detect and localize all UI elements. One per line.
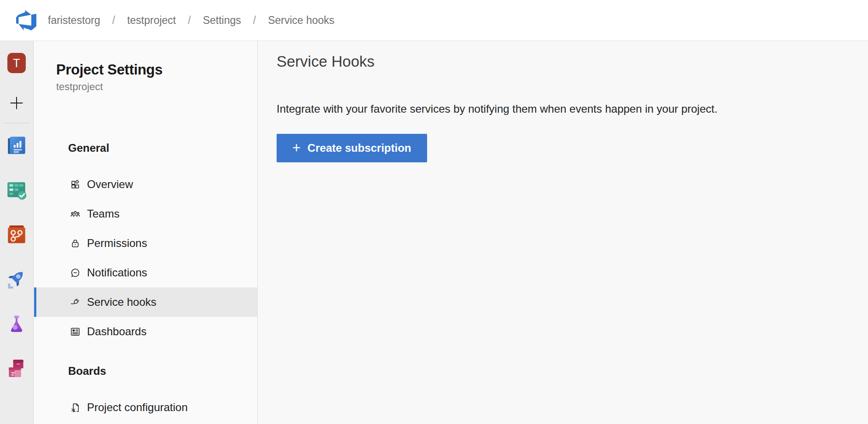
- notifications-icon: [69, 267, 81, 279]
- main-title: Service Hooks: [277, 52, 868, 71]
- teams-icon: [69, 208, 81, 220]
- top-bar: faristestorg / testproject / Settings / …: [0, 0, 868, 41]
- rail-item-boards[interactable]: [5, 178, 28, 201]
- breadcrumb-item-service-hooks[interactable]: Service hooks: [268, 14, 334, 27]
- plus-icon: [8, 94, 25, 112]
- add-button[interactable]: [7, 94, 26, 112]
- pipelines-hub-icon: [5, 268, 28, 291]
- project-avatar[interactable]: T: [7, 53, 26, 73]
- sidebar-item-label: Project configuration: [87, 401, 188, 414]
- sidebar-item-label: Service hooks: [87, 296, 156, 309]
- breadcrumb-item-project[interactable]: testproject: [127, 14, 176, 27]
- rail-item-overview[interactable]: [5, 134, 28, 157]
- service-hooks-icon: [69, 297, 81, 308]
- test-plans-hub-icon: [5, 312, 28, 335]
- rail-item-repos[interactable]: [5, 223, 28, 246]
- project-avatar-letter: T: [13, 57, 20, 70]
- artifacts-hub-icon: [5, 357, 28, 380]
- main-description: Integrate with your favorite services by…: [277, 102, 868, 116]
- plus-icon: +: [292, 141, 301, 155]
- azure-devops-logo-icon[interactable]: [15, 10, 38, 30]
- sidebar-item-notifications[interactable]: Notifications: [34, 258, 257, 287]
- breadcrumb: faristestorg / testproject / Settings / …: [48, 14, 335, 27]
- dashboards-icon: [69, 326, 81, 338]
- permissions-icon: [69, 238, 81, 249]
- section-header-general: General: [34, 141, 257, 155]
- breadcrumb-separator: /: [188, 14, 191, 27]
- sidebar-item-label: Overview: [87, 178, 133, 191]
- sidebar-header: Project Settings testproject: [34, 41, 257, 93]
- rail-divider: [3, 123, 30, 123]
- sidebar-item-label: Notifications: [87, 266, 147, 279]
- nav-list-general: Overview Teams Perm: [34, 170, 257, 346]
- rail-item-artifacts[interactable]: [5, 357, 28, 380]
- project-configuration-icon: [69, 402, 81, 413]
- breadcrumb-item-settings[interactable]: Settings: [203, 14, 241, 27]
- overview-icon: [69, 179, 81, 190]
- breadcrumb-item-organization[interactable]: faristestorg: [48, 14, 100, 27]
- breadcrumb-separator: /: [112, 14, 115, 27]
- main-content: Service Hooks Integrate with your favori…: [258, 41, 868, 424]
- settings-nav: General Overview Teams: [34, 141, 257, 422]
- rail-item-test-plans[interactable]: [5, 312, 28, 335]
- nav-list-boards: Project configuration: [34, 393, 257, 422]
- breadcrumb-separator: /: [253, 14, 256, 27]
- create-subscription-label: Create subscription: [307, 142, 411, 155]
- page-title: Project Settings: [56, 61, 257, 79]
- settings-sidebar: Project Settings testproject General Ove…: [34, 41, 258, 424]
- rail-item-pipelines[interactable]: [5, 268, 28, 291]
- repos-hub-icon: [5, 223, 28, 246]
- sidebar-item-service-hooks[interactable]: Service hooks: [34, 287, 257, 317]
- sidebar-item-dashboards[interactable]: Dashboards: [34, 317, 257, 346]
- sidebar-item-label: Teams: [87, 207, 120, 220]
- section-header-boards: Boards: [34, 364, 257, 378]
- sidebar-item-label: Permissions: [87, 237, 147, 250]
- overview-hub-icon: [5, 134, 28, 157]
- sidebar-item-permissions[interactable]: Permissions: [34, 229, 257, 258]
- sidebar-item-project-configuration[interactable]: Project configuration: [34, 393, 257, 422]
- sidebar-item-label: Dashboards: [87, 325, 146, 338]
- sidebar-item-teams[interactable]: Teams: [34, 199, 257, 229]
- sidebar-item-overview[interactable]: Overview: [34, 170, 257, 199]
- create-subscription-button[interactable]: + Create subscription: [277, 134, 427, 162]
- left-rail: T: [0, 41, 34, 424]
- project-name-subtitle: testproject: [56, 80, 257, 93]
- boards-hub-icon: [5, 178, 28, 201]
